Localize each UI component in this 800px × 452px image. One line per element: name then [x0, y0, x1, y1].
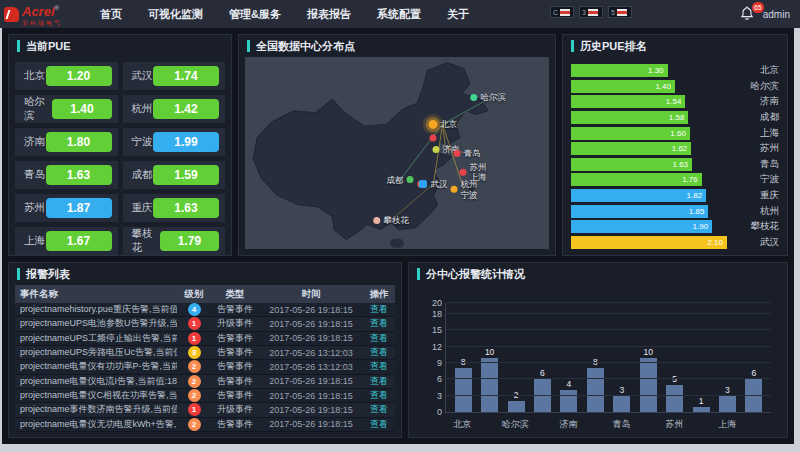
chart-x-label: 青岛: [608, 418, 634, 431]
alarm-type: 告警事件: [211, 418, 259, 431]
ranking-bar: 1.62: [571, 142, 691, 155]
ranking-bar-track: 1.62: [571, 142, 727, 155]
map-marker-成都[interactable]: 成都: [387, 175, 414, 185]
alarm-type: 告警事件: [211, 360, 259, 373]
alarm-table: 事件名称级别类型时间操作 projectnamehistory.pue重庆告警,…: [15, 285, 395, 432]
panel-current-pue-header: 当前PUE: [9, 35, 231, 57]
view-link[interactable]: 查看: [370, 390, 388, 400]
alarm-event-name: projectnameUPS工频停止输出告警,当前值:2: [15, 332, 177, 345]
ranking-city-label: 哈尔滨: [727, 80, 779, 93]
pue-value-badge: 1.63: [46, 165, 112, 185]
map-marker-哈尔滨[interactable]: 哈尔滨: [470, 92, 506, 102]
ranking-city-label: 攀枝花: [727, 220, 779, 233]
chart-gridline: [446, 395, 771, 396]
notification-bell[interactable]: 65: [739, 5, 757, 23]
ranking-row: 1.60上海: [571, 127, 779, 140]
alarm-action-cell: 查看: [363, 389, 395, 402]
view-link[interactable]: 查看: [370, 376, 388, 386]
chart-bar-value: 10: [643, 347, 652, 357]
panel-pue-ranking-header: 历史PUE排名: [563, 35, 787, 57]
nav-item-管理&服务[interactable]: 管理&服务: [229, 7, 281, 22]
panel-map-title: 全国数据中心分布点: [256, 39, 355, 54]
map-marker-label: 哈尔滨: [480, 92, 506, 102]
map-marker-北京[interactable]: 北京: [428, 119, 457, 129]
map-marker-label: 杭州 宁波: [460, 179, 477, 199]
status-chip[interactable]: 5: [608, 6, 632, 18]
panel-pue-ranking: 历史PUE排名 1.30北京1.40哈尔滨1.54济南1.58成都1.60上海1…: [562, 34, 788, 256]
alarm-type: 升级事件: [211, 317, 259, 330]
chart-gridline: [446, 346, 771, 347]
alarm-col-header: 类型: [211, 288, 259, 301]
nav-item-系统配置[interactable]: 系统配置: [377, 7, 421, 22]
view-link[interactable]: 查看: [370, 419, 388, 429]
ranking-bar: 1.60: [571, 127, 690, 140]
view-link[interactable]: 查看: [370, 304, 388, 314]
ranking-bar-track: 1.85: [571, 205, 727, 218]
alarm-event-name: projectname电量仪电流I告警,当前值:18.0: [15, 375, 177, 388]
nav-menu: 首页可视化监测管理&服务报表报告系统配置关于: [100, 7, 469, 22]
chart-tick-label: 0: [437, 407, 442, 417]
alarm-event-name: projectnameUPS旁路电压Uc告警,当前值:219: [15, 346, 177, 359]
panel-alarm-list-header: 报警列表: [9, 263, 401, 285]
ranking-city-label: 成都: [727, 111, 779, 124]
ranking-bar-track: 1.40: [571, 80, 727, 93]
ranking-row: 2.10武汉: [571, 236, 779, 249]
nav-item-报表报告[interactable]: 报表报告: [307, 7, 351, 22]
chart-gridline: [446, 313, 771, 314]
map-marker-杭州宁波[interactable]: 杭州 宁波: [450, 179, 477, 199]
pue-city-label: 武汉: [132, 69, 153, 83]
alarm-level-badge: 2: [188, 375, 201, 388]
alarm-type: 升级事件: [211, 403, 259, 416]
acrel-logo: Acrel® 安科瑞电气: [4, 3, 82, 26]
ranking-row: 1.62苏州: [571, 142, 779, 155]
nav-item-关于[interactable]: 关于: [447, 7, 469, 22]
map-marker-攀枝花[interactable]: 攀枝花: [373, 215, 409, 225]
alarm-col-header: 事件名称: [15, 288, 177, 301]
ranking-city-label: 北京: [727, 64, 779, 77]
navbar: Acrel® 安科瑞电气 首页可视化监测管理&服务报表报告系统配置关于 C35 …: [0, 0, 800, 28]
alarm-col-header: 级别: [177, 288, 211, 301]
map-point-icon: [430, 134, 437, 141]
china-map: 哈尔滨北京济南青岛成都武汉苏州 上海杭州 宁波攀枝花: [245, 57, 549, 249]
pue-city-label: 宁波: [132, 135, 153, 149]
map-marker-武汉[interactable]: 武汉: [419, 179, 447, 189]
alarm-action-cell: 查看: [363, 303, 395, 316]
view-link[interactable]: 查看: [370, 347, 388, 357]
ranking-city-label: 青岛: [727, 158, 779, 171]
view-link[interactable]: 查看: [370, 404, 388, 414]
alarm-level-badge: 4: [188, 303, 201, 316]
ranking-bar-track: 1.54: [571, 95, 727, 108]
status-chip-label: 5: [611, 9, 615, 16]
ranking-bar-track: 2.10: [571, 236, 727, 249]
ranking-bar-track: 1.60: [571, 127, 727, 140]
chart-x-label: [688, 418, 714, 431]
chart-x-label: 北京: [449, 418, 475, 431]
chart-bar-value: 4: [567, 379, 572, 389]
status-chip[interactable]: C: [550, 6, 574, 18]
chart-bar-value: 3: [725, 385, 730, 395]
alarm-event-name: projectname电量仪C相视在功率告警,当前值:29.2: [15, 389, 177, 402]
panel-alarm-stats-title: 分中心报警统计情况: [426, 267, 525, 282]
chart-bar-value: 10: [485, 347, 494, 357]
pue-city-label: 济南: [24, 135, 45, 149]
map-point-icon: [432, 146, 439, 153]
chart-tick-label: 3: [437, 391, 442, 401]
view-link[interactable]: 查看: [370, 333, 388, 343]
ranking-bar: 1.58: [571, 111, 688, 124]
map-point-icon: [470, 94, 477, 101]
pue-card: 武汉1.74: [123, 62, 226, 90]
view-link[interactable]: 查看: [370, 361, 388, 371]
view-link[interactable]: 查看: [370, 318, 388, 328]
ranking-bar: 1.76: [571, 173, 702, 186]
pue-value-badge: 1.59: [153, 165, 219, 185]
status-chip[interactable]: 3: [579, 6, 603, 18]
map-marker-青岛[interactable]: 青岛: [453, 148, 480, 158]
nav-item-首页[interactable]: 首页: [100, 7, 122, 22]
ranking-bar-track: 1.90: [571, 220, 727, 233]
pue-value-badge: 1.67: [46, 231, 112, 251]
map-marker[interactable]: [430, 134, 437, 141]
nav-item-可视化监测[interactable]: 可视化监测: [148, 7, 203, 22]
user-menu[interactable]: admin: [763, 9, 790, 20]
chart-bar: [719, 396, 736, 412]
alarm-level-badge: 1: [188, 332, 201, 345]
